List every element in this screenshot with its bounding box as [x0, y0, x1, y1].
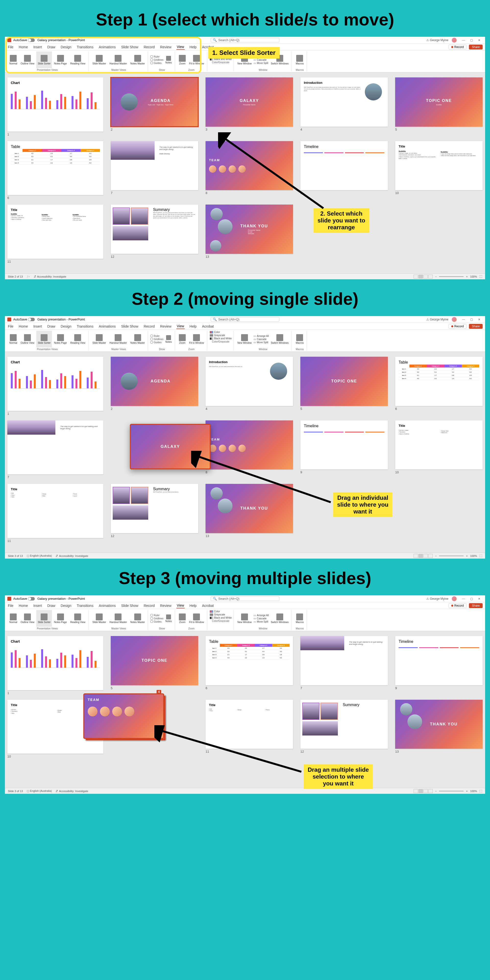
zoom-button[interactable]: Zoom — [177, 51, 187, 68]
ruler-checkbox[interactable]: Ruler — [150, 614, 163, 617]
avatar[interactable] — [452, 38, 457, 43]
menu-view[interactable]: View — [177, 45, 185, 50]
menu-insert[interactable]: Insert — [33, 45, 42, 49]
ruler-checkbox[interactable]: Ruler — [150, 56, 163, 58]
slide-12[interactable]: Summary — [301, 700, 388, 749]
normal-view-button[interactable]: Normal — [8, 51, 19, 68]
cascade-button[interactable]: ▭ Cascade — [254, 59, 269, 61]
slide-8[interactable]: TEAM — [205, 141, 293, 190]
cascade-button[interactable]: ▭ Cascade — [254, 617, 269, 620]
menu-draw[interactable]: Draw — [47, 45, 56, 49]
slide-4[interactable]: TOPIC ONE — [301, 357, 388, 406]
fit-window-button[interactable]: Fit to Window — [188, 610, 205, 627]
notes-button[interactable]: Notes — [164, 331, 173, 347]
slide-6[interactable]: TableCategory 1Category 2Category 3Categ… — [205, 636, 293, 685]
slide-9[interactable]: Timeline — [301, 420, 388, 470]
new-window-button[interactable]: New Window — [236, 331, 253, 347]
outline-view-button[interactable]: Outline View — [19, 610, 36, 627]
macros-button[interactable]: Macros — [294, 331, 305, 347]
menu-design[interactable]: Design — [60, 45, 72, 49]
menu-help[interactable]: Help — [189, 45, 197, 49]
zoom-button[interactable]: Zoom — [177, 610, 187, 627]
bw-option[interactable]: Black and White — [210, 616, 232, 619]
notes-master-button[interactable]: Notes Master — [129, 331, 146, 347]
fit-window-button[interactable]: Fit to Window — [188, 51, 205, 68]
notes-page-button[interactable]: Notes Page — [52, 51, 68, 68]
menu-transitions[interactable]: Transitions — [76, 45, 94, 49]
menu-slideshow[interactable]: Slide Show — [121, 45, 139, 49]
notes-master-button[interactable]: Notes Master — [129, 51, 146, 68]
color-option[interactable]: Color — [210, 610, 232, 613]
slide-3[interactable]: GALAXYPresenter Name — [205, 78, 293, 127]
notes-master-button[interactable]: Notes Master — [129, 610, 146, 627]
slide-12[interactable]: SummaryWith PowerPoint, you can create p… — [111, 484, 198, 533]
slide-master-button[interactable]: Slide Master — [91, 51, 108, 68]
grayscale-option[interactable]: Grayscale — [210, 613, 232, 616]
slide-7[interactable]: The way to get started is to quit talkin… — [301, 636, 388, 685]
handout-master-button[interactable]: Handout Master — [108, 331, 128, 347]
slide-master-button[interactable]: Slide Master — [91, 610, 108, 627]
normal-view-button[interactable]: Normal — [8, 610, 19, 627]
slide-sorter-button[interactable]: Slide Sorter — [36, 331, 52, 347]
slide-sorter-button[interactable]: Slide Sorter — [36, 51, 52, 68]
slide-5[interactable]: TableCategory 1Category 2Category 3Categ… — [395, 357, 483, 406]
ruler-checkbox[interactable]: Ruler — [150, 335, 163, 337]
slide-3[interactable]: IntroductionWith PowerPoint, you can cre… — [205, 357, 293, 406]
slide-6[interactable]: The way to get started is to quit talkin… — [7, 420, 103, 474]
grayscale-option[interactable]: Grayscale — [210, 334, 232, 337]
new-window-button[interactable]: New Window — [236, 610, 253, 627]
guides-checkbox[interactable]: Guides — [150, 341, 163, 344]
menu-file[interactable]: File — [7, 45, 14, 49]
minimize-button[interactable]: — — [460, 38, 467, 43]
notes-button[interactable]: Notes — [164, 51, 173, 68]
handout-master-button[interactable]: Handout Master — [108, 51, 128, 68]
slide-master-button[interactable]: Slide Master — [91, 331, 108, 347]
slideshow-view-icon[interactable] — [428, 275, 433, 278]
reading-view-button[interactable]: Reading View — [69, 331, 87, 347]
macros-button[interactable]: Macros — [294, 51, 305, 68]
zoom-level[interactable]: 100% — [470, 275, 477, 278]
slide-10[interactable]: Title• Add text, images• Transitions• Sa… — [395, 420, 483, 470]
arrange-all-button[interactable]: ▭ Arrange All — [254, 614, 269, 617]
bw-option[interactable]: Black and White — [210, 337, 232, 340]
move-split-button[interactable]: ▭ Move Split — [254, 620, 269, 623]
slide-11[interactable]: Title• Add• Trans• Design• Theme — [205, 700, 293, 749]
slide-5[interactable]: TOPIC ONE — [111, 636, 198, 685]
normal-view-icon[interactable] — [414, 275, 418, 278]
gridlines-checkbox[interactable]: Gridlines — [150, 617, 163, 620]
slide-9[interactable]: Timeline — [395, 636, 483, 685]
close-button[interactable]: ✕ — [476, 38, 483, 43]
dragging-multi-slide[interactable]: 4 TEAM — [83, 694, 164, 739]
notes-page-button[interactable]: Notes Page — [52, 610, 68, 627]
macros-button[interactable]: Macros — [294, 610, 305, 627]
color-option[interactable]: Color — [210, 331, 232, 333]
slide-1[interactable]: Chart — [7, 78, 103, 132]
slide-2[interactable]: AGENDA — [111, 357, 198, 406]
slide-sorter-area-3[interactable]: Chart1 TOPIC ONE5 TableCategory 1Categor… — [5, 631, 485, 788]
record-button[interactable]: Record — [449, 45, 466, 49]
search-input[interactable]: 🔍 Search (Alt+Q) — [211, 38, 279, 42]
slide-13[interactable]: THANK YOUPresenter NameEmailWebsite — [205, 205, 293, 254]
slide-11[interactable]: Title• Add• Trans• Save• Design• Make• T… — [7, 484, 103, 538]
slide-13[interactable]: THANK YOU — [205, 484, 293, 533]
handout-master-button[interactable]: Handout Master — [108, 610, 128, 627]
zoom-button[interactable]: Zoom — [177, 331, 187, 347]
menu-review[interactable]: Review — [160, 45, 172, 49]
menu-home[interactable]: Home — [18, 45, 29, 49]
outline-view-button[interactable]: Outline View — [19, 331, 36, 347]
slide-11[interactable]: TitleSubtitle• Add text, images, art• Tr… — [7, 205, 103, 259]
notes-button[interactable]: Notes — [164, 610, 173, 627]
notes-page-button[interactable]: Notes Page — [52, 331, 68, 347]
language-status[interactable]: ƒ× — [27, 275, 30, 278]
zoom-slider[interactable] — [439, 276, 463, 277]
normal-view-button[interactable]: Normal — [8, 331, 19, 347]
slide-4[interactable]: IntroductionWith PowerPoint, you can cre… — [301, 78, 388, 127]
slide-2[interactable]: AGENDATopic one · Topic two · Topic thre… — [111, 78, 198, 127]
slide-12[interactable]: SummaryWith PowerPoint, you can create p… — [111, 205, 198, 254]
slide-7[interactable]: The way to get started is to quit talkin… — [111, 141, 198, 190]
slide-1[interactable]: Chart — [7, 357, 103, 411]
autosave-toggle[interactable]: AutoSave — [13, 38, 35, 42]
share-button[interactable]: Share — [469, 45, 483, 49]
guides-checkbox[interactable]: Guides — [150, 620, 163, 623]
reading-view-button[interactable]: Reading View — [69, 610, 87, 627]
